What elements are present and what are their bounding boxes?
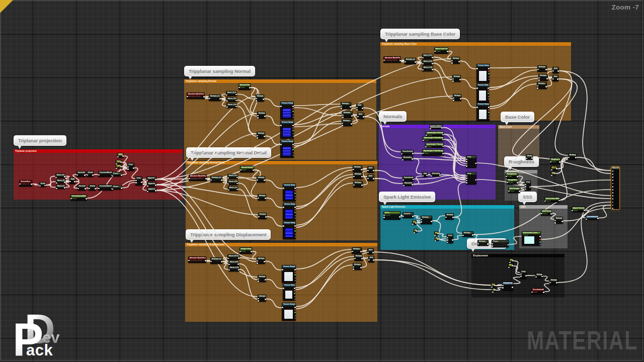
node-r6-append[interactable]: Append bbox=[69, 177, 75, 184]
node-x9-0[interactable]: 0 bbox=[492, 288, 496, 292]
node-n5-mask-g-b[interactable]: Mask ( G B ) bbox=[226, 103, 237, 108]
node-d2-multiply-0-1[interactable]: Multiply (,0.1) bbox=[210, 176, 222, 183]
node-e6-multiply[interactable]: Multiply bbox=[445, 213, 454, 220]
node-r14-add[interactable]: Add bbox=[117, 153, 124, 158]
node-n2-multiply-0-1[interactable]: Multiply (,0.1) bbox=[209, 95, 221, 101]
node-b7-multiply[interactable]: Multiply bbox=[451, 57, 460, 64]
node-p7-multiply[interactable]: Multiply bbox=[257, 257, 265, 264]
node-r8-derivenormalz[interactable]: DeriveNormalZ bbox=[77, 185, 86, 191]
node-out-material[interactable]: Material bbox=[611, 166, 620, 210]
node-n4-mask-r-b[interactable]: Mask ( R B ) bbox=[226, 97, 237, 102]
node-m6-transformvector[interactable]: TransformVector bbox=[401, 150, 414, 155]
node-b9-multiply[interactable]: Multiply bbox=[453, 94, 461, 101]
node-m4-sparklight-y-roughness[interactable]: SparkLight Y RoughnessParam bbox=[425, 143, 444, 148]
node-x2-0[interactable]: 0 bbox=[508, 263, 513, 267]
node-s3-subsurface-color[interactable]: Subsurface ColorParam bbox=[522, 231, 541, 246]
node-b11-texture-sample[interactable]: Texture Sample bbox=[476, 83, 489, 103]
node-b15-multiply[interactable]: Multiply bbox=[537, 82, 547, 89]
node-r2-divide[interactable]: Divide bbox=[39, 182, 46, 187]
node-g1-roughness[interactable]: RoughnessParam bbox=[506, 172, 518, 178]
node-r5-mask-g-b[interactable]: Mask ( G B ) bbox=[56, 185, 65, 189]
node-e4-1[interactable]: 1 bbox=[412, 220, 417, 225]
node-d7-multiply[interactable]: Multiply bbox=[257, 176, 265, 183]
node-p15-multiply[interactable]: Multiply bbox=[353, 263, 362, 270]
node-p1-absolute-world-position[interactable]: Absolute World PositionExcluding Offsets bbox=[188, 256, 206, 263]
node-d10-texture-sample[interactable]: Texture Sample bbox=[283, 184, 296, 202]
node-b2-multiply-0-1[interactable]: Multiply (,0.1) bbox=[405, 58, 416, 64]
node-b13-multiply[interactable]: Multiply bbox=[537, 65, 547, 72]
node-n3-mask-r-g[interactable]: Mask ( R G ) bbox=[226, 91, 237, 96]
node-r16-1-0[interactable]: 1.0 bbox=[116, 164, 122, 168]
node-r4-mask-r-b[interactable]: Mask ( R B ) bbox=[56, 179, 65, 184]
node-r21-append[interactable]: Append bbox=[146, 176, 156, 181]
node-p10-texture-sample[interactable]: Texture Sample bbox=[282, 265, 296, 283]
node-d1-absolute-world-position[interactable]: Absolute World PositionExcluding Offsets bbox=[189, 174, 207, 181]
node-r15-1-0[interactable]: 1.0 bbox=[116, 160, 122, 164]
node-g4-lerp[interactable]: Lerp bbox=[525, 180, 531, 191]
node-p13-multiply[interactable]: Multiply bbox=[352, 247, 362, 254]
node-s1-sss-strength[interactable]: SSS StrengthParam bbox=[541, 210, 552, 216]
node-n10-texture-sample[interactable]: Texture Sample bbox=[280, 102, 294, 120]
node-r11-constantbiasscale[interactable]: ConstantBiasScale bbox=[98, 171, 113, 177]
node-x4-multiply[interactable]: Multiply bbox=[535, 273, 543, 278]
node-r3-mask-r-g[interactable]: Mask ( R G ) bbox=[55, 173, 65, 178]
comment-base-color-titlebar[interactable]: Base Color bbox=[498, 125, 539, 129]
node-d13-multiply[interactable]: Multiply bbox=[353, 165, 362, 172]
node-b16-add[interactable]: Add bbox=[552, 67, 559, 73]
node-o2-brightness[interactable]: BrightnessParam bbox=[550, 158, 560, 164]
node-n7-multiply[interactable]: Multiply bbox=[256, 95, 264, 102]
node-p2-multiply-0-1[interactable]: Multiply (,0.1) bbox=[210, 257, 222, 264]
material-graph-canvas[interactable]: Triplanar projectionTriplanar projection… bbox=[0, 0, 644, 362]
node-b1-absolute-world-position[interactable]: Absolute World PositionExcluding Offsets bbox=[383, 56, 401, 63]
node-n17-add[interactable]: Add bbox=[357, 113, 364, 119]
node-d8-multiply[interactable]: Multiply bbox=[258, 194, 266, 201]
node-o6-alpha-threshold-0[interactable]: Alpha Threshold (0)Param bbox=[572, 207, 585, 212]
node-r1-texturesize[interactable]: TextureSizeParam (1.0) bbox=[19, 180, 32, 187]
comment-sss-titlebar[interactable]: SSS bbox=[519, 205, 568, 209]
node-d9-multiply[interactable]: Multiply bbox=[258, 213, 267, 219]
node-n13-multiply[interactable]: Multiply bbox=[341, 102, 351, 109]
node-n1-absolute-world-position[interactable]: Absolute World PositionExcluding Offsets bbox=[187, 93, 205, 99]
node-n6-normal-tiling[interactable]: Normal TilingParam bbox=[238, 83, 251, 90]
node-o4-0[interactable]: 0 bbox=[551, 171, 555, 175]
comment-triplanar-projection-titlebar[interactable]: Triplanar projection bbox=[14, 149, 183, 153]
node-p5-mask-g-b[interactable]: Mask ( G B ) bbox=[228, 266, 239, 272]
node-d15-multiply[interactable]: Multiply bbox=[353, 181, 363, 188]
comment-sampling-normal-titlebar[interactable]: Tripplanar sampling Normal bbox=[184, 79, 376, 83]
node-e2-vector3[interactable]: Vector3 bbox=[403, 212, 414, 218]
node-o1-multiply[interactable]: Multiply bbox=[568, 153, 577, 160]
node-e11-multiply[interactable]: Multiply bbox=[477, 240, 489, 246]
node-r23-append[interactable]: Append bbox=[147, 188, 156, 192]
node-m1-pixelnormalws[interactable]: PixelNormalWS bbox=[430, 125, 443, 129]
node-o3-1[interactable]: 1 bbox=[551, 166, 557, 170]
node-p3-mask-r-g[interactable]: Mask ( R G ) bbox=[227, 254, 239, 260]
node-b14-multiply[interactable]: Multiply bbox=[538, 74, 548, 81]
node-n9-multiply[interactable]: Multiply bbox=[257, 132, 265, 139]
node-n8-multiply[interactable]: Multiply bbox=[257, 112, 266, 119]
node-x3-lerp[interactable]: Lerp bbox=[520, 270, 527, 279]
node-d4-mask-r-b[interactable]: Mask ( R B ) bbox=[227, 180, 238, 185]
node-d3-mask-r-g[interactable]: Mask ( R G ) bbox=[227, 174, 238, 179]
node-m3-sparklight-x-sineroughness[interactable]: SparkLight X SineRoughnessParam bbox=[423, 136, 444, 141]
node-d11-texture-sample[interactable]: Texture Sample bbox=[283, 203, 296, 221]
node-b6-base-color-tiling[interactable]: Base Color TilingParam bbox=[434, 47, 448, 54]
node-b8-multiply[interactable]: Multiply bbox=[452, 75, 461, 82]
node-p6-height-tiling[interactable]: Height TilingParam bbox=[239, 247, 252, 254]
node-b5-mask-g-b[interactable]: Mask ( G B ) bbox=[422, 66, 433, 71]
node-r18-power[interactable]: Power bbox=[112, 172, 122, 176]
node-x8-1[interactable]: 1 bbox=[491, 283, 496, 287]
node-r9-divide[interactable]: Divide bbox=[87, 171, 94, 177]
node-p9-multiply[interactable]: Multiply bbox=[258, 295, 266, 302]
node-p12-texture-sample[interactable]: Texture Sample bbox=[282, 303, 296, 321]
node-p8-multiply[interactable]: Multiply bbox=[258, 275, 266, 282]
node-r10-divide[interactable]: Divide bbox=[89, 185, 96, 191]
comment-sampling-base-color-titlebar[interactable]: Tripplanar sampling Base Color bbox=[380, 42, 571, 46]
node-d6-normal-detail-tiling[interactable]: Normal Detail TilingParam bbox=[240, 166, 254, 172]
node-x5-multiply[interactable]: Multiply bbox=[549, 279, 557, 285]
node-m2-sparklight-x-roughness[interactable]: SparkLight X RoughnessParam bbox=[426, 131, 444, 136]
node-e12-power[interactable]: Power bbox=[492, 240, 509, 247]
node-r7-derivenormalz[interactable]: DeriveNormalZ bbox=[76, 171, 86, 177]
node-g2-roughness-int[interactable]: Roughness IntParam bbox=[507, 178, 518, 185]
node-p4-mask-r-b[interactable]: Mask ( R B ) bbox=[228, 260, 239, 266]
node-m13-lerp[interactable]: Lerp bbox=[466, 172, 476, 185]
